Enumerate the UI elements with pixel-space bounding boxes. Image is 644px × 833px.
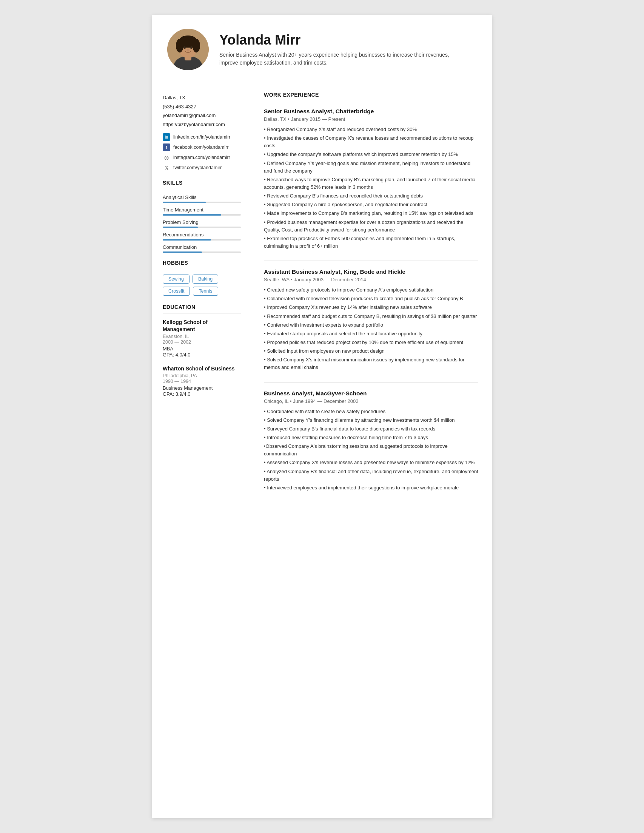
hobbies-divider — [163, 269, 241, 269]
skill-bar-bg — [163, 227, 241, 228]
svg-point-9 — [190, 47, 193, 49]
education-section-title: EDUCATION — [163, 304, 241, 310]
contact-location: Dallas, TX — [163, 94, 241, 101]
instagram-label: instagram.com/yolandamirr — [173, 155, 230, 160]
resume-container: Yolanda Mirr Senior Business Analyst wit… — [152, 15, 492, 818]
job-bullet: • Suggested Company A hire a spokesperso… — [264, 201, 478, 208]
job-bullet: • Improved Company X's revenues by 14% a… — [264, 304, 478, 311]
job-meta: Chicago, IL • June 1994 — December 2002 — [264, 398, 478, 404]
job-divider — [264, 261, 478, 261]
svg-rect-7 — [179, 40, 197, 48]
header-info: Yolanda Mirr Senior Business Analyst wit… — [219, 32, 477, 67]
skill-name: Analytical Skills — [163, 195, 241, 200]
edu-gpa: GPA: 3.9/4.0 — [163, 391, 241, 397]
job-bullet: • Created new safety protocols to improv… — [264, 286, 478, 294]
skill-name: Recommendations — [163, 232, 241, 238]
svg-point-10 — [187, 49, 189, 51]
job-bullet: • Solved Company Y's financing dilemma b… — [264, 416, 478, 424]
education-divider — [163, 313, 241, 314]
skill-bar-fill — [163, 214, 221, 215]
edu-years: 1990 — 1994 — [163, 379, 241, 384]
edu-years: 2000 — 2002 — [163, 339, 241, 345]
skill-name: Communication — [163, 244, 241, 250]
job-item: Assistant Business Analyst, King, Bode a… — [264, 269, 478, 371]
edu-school: Kellogg School of Management — [163, 319, 241, 333]
social-links: in linkedin.com/in/yolandamirr f faceboo… — [163, 133, 241, 171]
hobby-tag: Tennis — [193, 286, 218, 296]
job-bullet: • Proposed policies that reduced project… — [264, 339, 478, 346]
linkedin-label: linkedin.com/in/yolandamirr — [173, 134, 230, 140]
job-bullet: • Upgraded the company's software platfo… — [264, 151, 478, 158]
skill-name: Time Management — [163, 207, 241, 212]
job-bullet: • Solved Company X's internal miscommuni… — [264, 356, 478, 371]
job-bullet: •Observed Company A's brainstorming sess… — [264, 442, 478, 458]
contact-section: Dallas, TX (535) 463-4327 yolandamirr@gm… — [163, 94, 241, 128]
education-list: Kellogg School of Management Evanston, I… — [163, 319, 241, 397]
job-meta: Seattle, WA • January 2003 — December 20… — [264, 277, 478, 283]
skills-section-title: SKILLS — [163, 180, 241, 186]
job-title: Business Analyst, MacGyver-Schoen — [264, 390, 478, 397]
skill-item: Time Management — [163, 207, 241, 215]
svg-point-8 — [183, 47, 186, 49]
job-bullet: • Interviewed employees and implemented … — [264, 484, 478, 492]
social-twitter: 𝕏 twitter.com/yolandamirr — [163, 164, 241, 171]
job-bullet: • Examined top practices of Forbes 500 c… — [264, 235, 478, 250]
main-content: WORK EXPERIENCE Senior Business Analyst,… — [250, 81, 492, 517]
education-item: Wharton School of Business Philadelphia,… — [163, 365, 241, 397]
facebook-icon: f — [163, 143, 170, 151]
edu-degree: Business Management — [163, 385, 241, 391]
linkedin-icon: in — [163, 133, 170, 141]
skill-bar-fill — [163, 239, 211, 241]
hobbies-section-title: HOBBIES — [163, 260, 241, 266]
edu-school: Wharton School of Business — [163, 365, 241, 372]
skill-bar-bg — [163, 214, 241, 215]
social-linkedin: in linkedin.com/in/yolandamirr — [163, 133, 241, 141]
candidate-name: Yolanda Mirr — [219, 32, 477, 48]
job-title: Assistant Business Analyst, King, Bode a… — [264, 269, 478, 275]
job-bullet: • Evaluated startup proposals and select… — [264, 330, 478, 338]
edu-location: Evanston, IL — [163, 334, 241, 339]
skill-bar-fill — [163, 251, 202, 253]
social-instagram: ◎ instagram.com/yolandamirr — [163, 154, 241, 161]
instagram-icon: ◎ — [163, 154, 170, 161]
job-bullet: • Introduced new staffing measures to de… — [264, 434, 478, 441]
education-item: Kellogg School of Management Evanston, I… — [163, 319, 241, 358]
job-item: Senior Business Analyst, Chatterbridge D… — [264, 108, 478, 250]
skill-bar-fill — [163, 227, 198, 228]
job-bullet: • Recommended staff and budget cuts to C… — [264, 313, 478, 320]
twitter-icon: 𝕏 — [163, 164, 170, 171]
skill-item: Analytical Skills — [163, 195, 241, 203]
skill-bar-bg — [163, 202, 241, 203]
contact-phone: (535) 463-4327 — [163, 103, 241, 111]
contact-email: yolandamirr@gmail.com — [163, 112, 241, 119]
skills-divider — [163, 189, 241, 189]
work-section-title: WORK EXPERIENCE — [264, 92, 478, 98]
job-bullet: • Defined Company Y's year-long goals an… — [264, 160, 478, 175]
hobby-tag: Baking — [193, 275, 218, 284]
contact-website: https://bizbyyolandamirr.com — [163, 121, 241, 129]
work-divider — [264, 101, 478, 101]
facebook-label: facebook.com/yolandamirr — [173, 145, 229, 150]
candidate-tagline: Senior Business Analyst with 20+ years e… — [219, 51, 453, 67]
job-item: Business Analyst, MacGyver-Schoen Chicag… — [264, 390, 478, 492]
job-bullet: • Reviewed Company B's finances and reco… — [264, 192, 478, 200]
skill-bar-bg — [163, 251, 241, 253]
avatar — [167, 29, 209, 70]
job-bullet: • Collaborated with renowned television … — [264, 295, 478, 302]
hobby-tag: Sewing — [163, 275, 190, 284]
hobby-tag: Crossfit — [163, 286, 190, 296]
job-bullet: • Surveyed Company B's financial data to… — [264, 425, 478, 433]
skills-list: Analytical Skills Time Management Proble… — [163, 195, 241, 253]
job-title: Senior Business Analyst, Chatterbridge — [264, 108, 478, 115]
skill-bar-bg — [163, 239, 241, 241]
edu-gpa: GPA: 4.0/4.0 — [163, 352, 241, 358]
job-bullet: • Researched ways to improve Company B's… — [264, 176, 478, 191]
header-section: Yolanda Mirr Senior Business Analyst wit… — [152, 15, 492, 81]
social-facebook: f facebook.com/yolandamirr — [163, 143, 241, 151]
job-divider — [264, 382, 478, 383]
skill-item: Problem Solving — [163, 219, 241, 228]
edu-location: Philadelphia, PA — [163, 373, 241, 378]
jobs-list: Senior Business Analyst, Chatterbridge D… — [264, 108, 478, 492]
skill-name: Problem Solving — [163, 219, 241, 225]
edu-degree: MBA — [163, 346, 241, 352]
